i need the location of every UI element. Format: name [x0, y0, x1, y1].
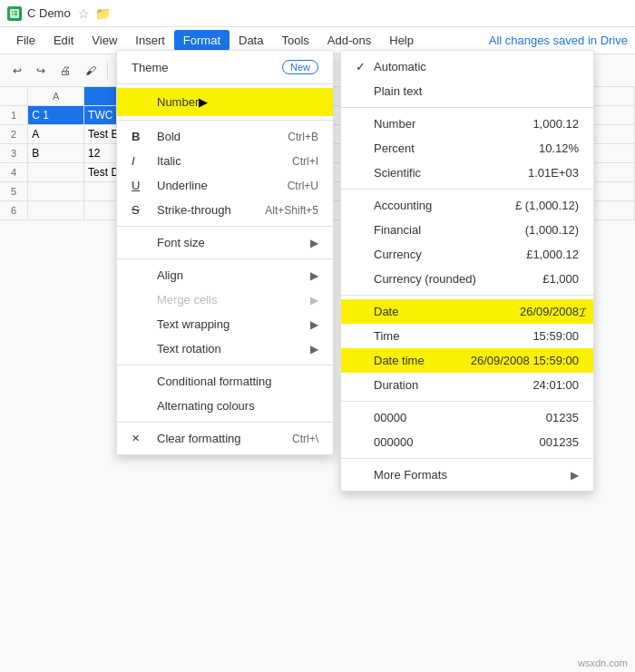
- plaintext-label: Plain text: [374, 84, 579, 98]
- menu-edit[interactable]: Edit: [44, 30, 83, 51]
- submenu-datetime[interactable]: Date time 26/09/2008 15:59:00: [341, 348, 593, 373]
- format-conditional-item[interactable]: Conditional formatting: [117, 369, 333, 394]
- currency-label: Currency: [374, 248, 526, 261]
- currency-rounded-value: £1,000: [542, 272, 579, 286]
- clearformatting-label: Clear formatting: [157, 432, 278, 445]
- textrotation-label: Text rotation: [157, 342, 307, 355]
- submenu-duration[interactable]: Duration 24:01:00: [341, 373, 593, 397]
- merge-label: Merge cells: [157, 293, 307, 307]
- clear-formatting-icon: ✕: [132, 433, 150, 444]
- date-label: Date: [374, 305, 520, 318]
- submenu-currency-rounded[interactable]: Currency (rounded) £1,000: [341, 267, 593, 291]
- sub-divider-2: [341, 189, 593, 190]
- app-icon: [7, 6, 22, 21]
- format-underline-item[interactable]: U Underline Ctrl+U: [117, 173, 333, 198]
- submenu-number[interactable]: Number 1,000.12: [341, 112, 593, 136]
- number-submenu: ✓ Automatic Plain text Number 1,000.12 P…: [340, 50, 594, 492]
- sub-divider-3: [341, 295, 593, 296]
- menu-format[interactable]: Format: [174, 30, 230, 51]
- align-arrow: ▶: [310, 269, 318, 282]
- number-format-value: 1,000.12: [532, 117, 579, 131]
- percent-value: 10.12%: [539, 141, 579, 155]
- menu-tools[interactable]: Tools: [272, 30, 318, 51]
- date-value: 26/09/2008: [520, 305, 579, 318]
- merge-arrow: ▶: [310, 294, 318, 307]
- format-textrotation-item[interactable]: Text rotation ▶: [117, 336, 333, 361]
- format-align-item[interactable]: Align ▶: [117, 263, 333, 287]
- menu-divider-5: [117, 365, 333, 365]
- format-italic-item[interactable]: I Italic Ctrl+I: [117, 149, 333, 173]
- textrotation-arrow: ▶: [310, 343, 318, 355]
- favorite-star[interactable]: ☆: [78, 6, 90, 21]
- format-alternating-item[interactable]: Alternating colours: [117, 394, 333, 418]
- duration-value: 24:01:00: [532, 378, 579, 392]
- automatic-label: Automatic: [374, 60, 579, 73]
- submenu-time[interactable]: Time 15:59:00: [341, 324, 593, 348]
- time-value: 15:59:00: [532, 329, 579, 343]
- cell-A2[interactable]: A: [28, 124, 84, 143]
- redo-button[interactable]: ↪: [31, 62, 51, 80]
- submenu-financial[interactable]: Financial (1,000.12): [341, 218, 593, 242]
- title-bar: C Demo ☆ 📁: [0, 0, 635, 27]
- currency-rounded-label: Currency (rounded): [374, 272, 542, 286]
- zeros6-value: 001235: [540, 435, 579, 449]
- scientific-value: 1.01E+03: [528, 166, 579, 180]
- menu-file[interactable]: File: [7, 30, 44, 51]
- format-fontsize-item[interactable]: Font size ▶: [117, 230, 333, 255]
- zeros5-value: 01235: [546, 411, 579, 424]
- conditional-label: Conditional formatting: [157, 375, 318, 388]
- submenu-currency[interactable]: Currency £1,000.12: [341, 242, 593, 267]
- checkmark-icon: ✓: [356, 60, 374, 73]
- submenu-more-formats[interactable]: More Formats ▶: [341, 463, 593, 487]
- submenu-zeros5[interactable]: 00000 01235: [341, 405, 593, 430]
- submenu-automatic[interactable]: ✓ Automatic: [341, 54, 593, 79]
- alternating-label: Alternating colours: [157, 399, 318, 413]
- cell-A4[interactable]: [28, 162, 84, 181]
- italic-shortcut: Ctrl+I: [292, 155, 318, 168]
- paint-format-button[interactable]: 🖌: [80, 62, 102, 80]
- folder-icon[interactable]: 📁: [95, 6, 111, 21]
- app-title: C Demo: [27, 6, 71, 20]
- accounting-value: £ (1,000.12): [515, 199, 579, 212]
- menu-view[interactable]: View: [83, 30, 126, 51]
- menu-data[interactable]: Data: [230, 30, 272, 51]
- format-theme-item[interactable]: Theme New: [117, 54, 333, 80]
- submenu-plaintext[interactable]: Plain text: [341, 79, 593, 103]
- more-formats-arrow: ▶: [571, 469, 579, 482]
- cell-A3[interactable]: B: [28, 143, 84, 162]
- corner-cell: [0, 87, 28, 105]
- submenu-accounting[interactable]: Accounting £ (1,000.12): [341, 193, 593, 218]
- format-merge-item[interactable]: Merge cells ▶: [117, 287, 333, 312]
- submenu-zeros6[interactable]: 000000 001235: [341, 430, 593, 454]
- clearformatting-shortcut: Ctrl+\: [292, 433, 318, 445]
- cell-A5[interactable]: [28, 181, 84, 200]
- submenu-scientific[interactable]: Scientific 1.01E+03: [341, 161, 593, 185]
- datetime-label: Date time: [374, 354, 471, 367]
- cell-A6[interactable]: [28, 200, 84, 219]
- submenu-date[interactable]: Date 26/09/2008 𝓘: [341, 299, 593, 324]
- format-textwrapping-item[interactable]: Text wrapping ▶: [117, 312, 333, 336]
- more-formats-label: More Formats: [374, 468, 563, 482]
- cell-A1[interactable]: C 1: [28, 105, 84, 124]
- undo-button[interactable]: ↩: [7, 62, 27, 80]
- format-bold-item[interactable]: B Bold Ctrl+B: [117, 124, 333, 149]
- menu-help[interactable]: Help: [380, 30, 423, 51]
- menu-divider-2: [117, 120, 333, 121]
- col-header-A[interactable]: A: [28, 87, 84, 105]
- fontsize-arrow: ▶: [310, 237, 318, 249]
- submenu-percent[interactable]: Percent 10.12%: [341, 136, 593, 161]
- svg-rect-0: [11, 10, 18, 17]
- menu-addons[interactable]: Add-ons: [318, 30, 380, 51]
- menu-insert[interactable]: Insert: [126, 30, 174, 51]
- textwrapping-label: Text wrapping: [157, 317, 307, 331]
- print-button[interactable]: 🖨: [54, 62, 76, 80]
- menu-divider-6: [117, 422, 333, 423]
- fontsize-label: Font size: [157, 236, 307, 249]
- menu-divider-4: [117, 258, 333, 259]
- underline-label: Underline: [157, 179, 273, 192]
- format-strikethrough-item[interactable]: S Strike-through Alt+Shift+5: [117, 198, 333, 222]
- format-number-item[interactable]: Number ▶: [117, 88, 333, 116]
- separator-1: [107, 62, 108, 80]
- format-clearformatting-item[interactable]: ✕ Clear formatting Ctrl+\: [117, 426, 333, 451]
- sub-divider-5: [341, 458, 593, 459]
